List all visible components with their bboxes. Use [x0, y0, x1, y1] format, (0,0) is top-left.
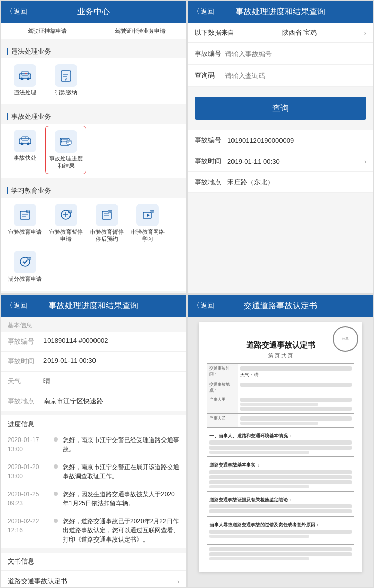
top-item-1[interactable]: 驾驶证挂靠申请 [1, 23, 94, 39]
progress-time-1: 2020-01-17 13:00 [8, 435, 54, 454]
edu-3-icon: 预约 [96, 204, 118, 226]
cert-partyb-blurred-1 [240, 416, 352, 421]
doc-cert-label: 道路交通事故认定书 [8, 577, 177, 586]
service-item-accident-progress[interactable]: 事故处理进度和结果 [45, 126, 86, 174]
service-edu-2-label: 审验教育暂停申请 [48, 228, 84, 243]
svg-text:满分: 满分 [27, 257, 31, 260]
cert-location-label: 交通事故地点： [207, 380, 238, 395]
doc-item-cert[interactable]: 道路交通事故认定书 › [1, 571, 186, 587]
service-edu-5[interactable]: 满分 满分教育申请 [5, 247, 45, 286]
cert-note-blurred-3 [209, 557, 309, 560]
panel3-title: 事故处理进度和结果查询 [49, 301, 138, 311]
d-accident-no-label: 事故编号 [8, 337, 43, 346]
doc-section-title: 文书信息 [1, 553, 186, 571]
accident-no-input[interactable] [225, 50, 366, 58]
result-accident-time-row[interactable]: 事故时间 2019-01-11 00:30 › [188, 151, 373, 172]
cert-table-row-time: 交通事故时间： 天气：晴 [207, 364, 354, 380]
section-header-accident: 事故处理业务 [1, 108, 186, 124]
cert-evidence-blurred-2 [209, 509, 352, 513]
result-arrow-icon: › [364, 158, 366, 165]
cert-section-fault: 当事人导致道路交通事故的过错及责任或者意外原因： [207, 520, 354, 541]
section-violation-label: 违法处理业务 [11, 47, 51, 56]
panel-cert: 返回 交通道路事故认定书 公章 道路交通事故认定书 第 页 共 页 交通事故时间… [187, 294, 374, 588]
top-item-2[interactable]: 驾驶证审验业务申请 [94, 23, 186, 39]
svg-text:审: 审 [69, 210, 72, 213]
result-accident-no-row: 事故编号 101901120190000009 [188, 130, 373, 151]
result-accident-location-row: 事故地点 宋庄路（东北） [188, 172, 373, 193]
section-header-education: 学习教育业务 [1, 182, 186, 198]
query-button[interactable]: 查询 [195, 97, 366, 120]
cert-partya-value [238, 395, 354, 413]
query-code-label: 查询码 [195, 71, 225, 80]
service-edu-4-label: 审验教育网络学习 [129, 228, 166, 243]
svg-point-11 [21, 143, 24, 145]
service-item-violation[interactable]: 违法处理 [5, 60, 45, 100]
service-edu-2[interactable]: 审 审验教育暂停申请 [45, 200, 86, 247]
section-education-label: 学习教育业务 [11, 186, 51, 195]
progress-dot-1 [54, 437, 58, 442]
panel4-back-label: 返回 [201, 301, 214, 310]
cert-fault-blurred-1 [209, 530, 352, 534]
panel2-back-button[interactable]: 返回 [193, 7, 214, 16]
accident-quick-icon [14, 130, 36, 152]
service-edu-1[interactable]: 审 审验教育申请 [5, 200, 45, 247]
basic-info-title: 基本信息 [1, 317, 186, 332]
service-edu-1-label: 审验教育申请 [8, 228, 42, 235]
svg-rect-20 [67, 140, 71, 144]
query-code-input[interactable] [225, 72, 366, 80]
doc-section: 文书信息 道路交通事故认定书 › [1, 553, 186, 587]
service-item-accident-quick[interactable]: 事故快处 [5, 126, 45, 174]
service-edu-4[interactable]: 网络 审验教育网络学习 [127, 200, 168, 247]
cert-location-blurred [240, 383, 352, 387]
service-violation-label: 违法处理 [14, 89, 36, 96]
service-accident-quick-label: 事故快处 [14, 154, 36, 161]
cert-facts-blurred-3 [209, 480, 352, 484]
panel3-back-label: 返回 [14, 301, 27, 310]
service-item-fine[interactable]: ¥ 罚款缴纳 [45, 60, 86, 100]
cert-partya-label: 当事人甲 [207, 395, 238, 413]
service-edu-3[interactable]: 预约 审验教育暂停停后预约 [86, 200, 127, 247]
cert-section-basic: 一、当事人、道路和交通环境基本情况： [207, 431, 354, 457]
accident-no-label: 事故编号 [195, 49, 225, 58]
service-accident-progress-label: 事故处理进度和结果 [48, 155, 84, 169]
panel2-back-label: 返回 [201, 7, 214, 16]
cert-section-facts: 道路交通事故基本事实： [207, 460, 354, 492]
panel1-content: 驾驶证挂靠申请 驾驶证审验业务申请 违法处理业务 违法处理 [1, 23, 186, 293]
cert-partya-blurred-1 [240, 398, 352, 402]
progress-time-4: 2020-02-22 12:16 [8, 517, 54, 544]
edu-1-icon: 审 [14, 204, 36, 226]
d-location-label: 事故地点 [8, 397, 43, 406]
cert-time-label: 交通事故时间： [207, 364, 238, 380]
progress-item-2: 2020-01-20 13:00 您好，南京市江宁交警正在展开该道路交通事故调查… [1, 458, 186, 485]
panel1-title: 业务中心 [77, 7, 110, 17]
top-item-1-label: 驾驶证挂靠申请 [3, 27, 91, 35]
edu-5-icon: 满分 [14, 251, 36, 273]
svg-point-3 [27, 78, 30, 80]
panel4-back-button[interactable]: 返回 [193, 301, 214, 310]
svg-text:网络: 网络 [150, 210, 154, 213]
result-accident-no-value: 101901120190000009 [227, 137, 366, 144]
cert-time-value: 天气：晴 [238, 364, 354, 380]
panel3-back-button[interactable]: 返回 [6, 301, 27, 310]
svg-point-18 [61, 141, 63, 143]
panel2-title: 事故处理进度和结果查询 [236, 7, 325, 17]
cert-doc-subtitle: 第 页 共 页 [207, 352, 354, 359]
svg-point-2 [21, 78, 24, 80]
cert-table-row-partya: 当事人甲 [207, 395, 354, 413]
cert-section-basic-title: 一、当事人、道路和交通环境基本情况： [209, 433, 352, 440]
accident-progress-icon [55, 130, 77, 153]
progress-text-1: 您好，南京市江宁交警已经受理道路交通事故。 [63, 435, 179, 454]
fine-icon: ¥ [55, 64, 77, 87]
progress-item-1: 2020-01-17 13:00 您好，南京市江宁交警已经受理道路交通事故。 [1, 431, 186, 458]
d-accident-time-label: 事故时间 [8, 357, 43, 366]
panel1-back-button[interactable]: 返回 [6, 7, 27, 16]
result-accident-no-label: 事故编号 [195, 136, 227, 145]
d-weather-value: 晴 [43, 377, 179, 386]
progress-text-2: 您好，南京市江宁交警正在展开该道路交通事故调查取证工作。 [63, 462, 179, 481]
cert-fault-blurred-2 [209, 535, 309, 538]
panel4-title: 交通道路事故认定书 [244, 301, 317, 311]
cert-section-evidence-title: 道路交通事故证据及有关检验鉴定结论： [209, 497, 352, 504]
cert-facts-blurred-4 [209, 485, 309, 488]
progress-item-3: 2020-01-25 09:23 您好，因发生道路交通事故被某人于2020年1月… [1, 485, 186, 512]
cert-evidence-blurred-1 [209, 504, 352, 508]
